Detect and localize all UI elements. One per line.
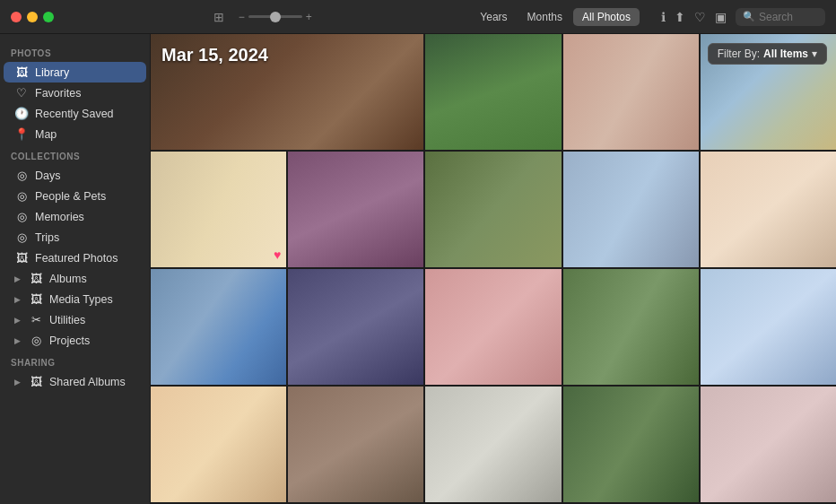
content-area: Mar 15, 2024 Filter By: All Items ▾ ♥ — [151, 34, 836, 504]
expand-arrow-utilities: ▶ — [14, 316, 21, 325]
photo-cell-15[interactable] — [151, 387, 286, 502]
view-tabs: Years Months All Photos — [471, 8, 640, 26]
photo-cell-14[interactable] — [701, 269, 836, 385]
info-button[interactable]: ℹ — [661, 10, 666, 24]
photo-cell-12[interactable] — [425, 269, 561, 385]
sidebar-item-label-favorites: Favorites — [35, 87, 81, 100]
memories-icon: ◎ — [14, 210, 29, 223]
toolbar-center: ⊞ − + — [61, 10, 464, 24]
tab-months[interactable]: Months — [518, 8, 571, 26]
photo-cell-9[interactable] — [701, 152, 836, 267]
filter-dropdown-arrow: ▾ — [812, 48, 817, 60]
photo-cell-2[interactable] — [425, 34, 561, 150]
zoom-slider[interactable] — [248, 15, 302, 18]
zoom-out-button[interactable]: − — [239, 11, 245, 23]
titlebar: ⊞ − + Years Months All Photos ℹ ⬆ ♡ ▣ 🔍 … — [0, 0, 836, 34]
search-box[interactable]: 🔍 Search — [736, 8, 825, 26]
sidebar-item-label-recently-saved: Recently Saved — [35, 108, 114, 120]
sidebar: Photos 🖼 Library ♡ Favorites 🕐 Recently … — [0, 34, 151, 504]
filter-value: All Items — [763, 48, 808, 60]
expand-arrow-media-types: ▶ — [14, 295, 21, 304]
heart-overlay-5: ♥ — [274, 248, 281, 262]
close-button[interactable] — [11, 12, 22, 22]
sidebar-item-featured-photos[interactable]: 🖼 Featured Photos — [4, 248, 146, 268]
sidebar-item-media-types[interactable]: ▶ 🖼 Media Types — [4, 289, 146, 309]
sidebar-item-map[interactable]: 📍 Map — [4, 124, 146, 144]
sidebar-item-label-memories: Memories — [35, 211, 84, 223]
photo-cell-7[interactable] — [425, 152, 561, 267]
photo-cell-3[interactable] — [563, 34, 699, 150]
sidebar-section-photos: Photos — [0, 41, 150, 62]
sidebar-section-collections: Collections — [0, 144, 150, 165]
sidebar-item-recently-saved[interactable]: 🕐 Recently Saved — [4, 103, 146, 124]
tab-all-photos[interactable]: All Photos — [573, 8, 640, 26]
sidebar-item-label-days: Days — [35, 169, 60, 182]
photo-cell-16[interactable] — [288, 387, 423, 502]
expand-arrow-shared: ▶ — [14, 378, 21, 387]
sidebar-item-utilities[interactable]: ▶ ✂ Utilities — [4, 309, 146, 330]
share-button[interactable]: ⬆ — [675, 10, 685, 24]
sidebar-item-people-pets[interactable]: ◎ People & Pets — [4, 186, 146, 206]
filter-button[interactable]: Filter By: All Items ▾ — [708, 43, 827, 65]
toolbar-actions: ℹ ⬆ ♡ ▣ 🔍 Search — [661, 8, 825, 26]
zoom-control: − + — [239, 11, 312, 23]
filter-label: Filter By: — [718, 48, 760, 60]
sidebar-item-label-media-types: Media Types — [49, 293, 113, 306]
expand-arrow-albums: ▶ — [14, 274, 21, 283]
trips-icon: ◎ — [14, 230, 29, 244]
sidebar-item-label-utilities: Utilities — [49, 314, 85, 326]
minimize-button[interactable] — [27, 12, 38, 22]
favorites-icon: ♡ — [14, 86, 29, 100]
grid-view-icon[interactable]: ⊞ — [213, 10, 224, 24]
photo-cell-13[interactable] — [563, 269, 699, 385]
library-icon: 🖼 — [14, 65, 29, 79]
sidebar-item-memories[interactable]: ◎ Memories — [4, 206, 146, 227]
people-pets-icon: ◎ — [14, 189, 29, 203]
zoom-in-button[interactable]: + — [306, 11, 312, 23]
sidebar-item-favorites[interactable]: ♡ Favorites — [4, 83, 146, 103]
shared-albums-icon: 🖼 — [29, 375, 43, 388]
search-input[interactable]: Search — [759, 11, 793, 23]
projects-icon: ◎ — [29, 334, 43, 347]
sidebar-item-label-trips: Trips — [35, 231, 59, 244]
sidebar-item-days[interactable]: ◎ Days — [4, 165, 146, 186]
traffic-lights — [11, 12, 54, 22]
search-icon: 🔍 — [743, 11, 755, 22]
sidebar-item-library[interactable]: 🖼 Library — [4, 62, 146, 83]
featured-photos-icon: 🖼 — [14, 251, 29, 265]
sidebar-item-label-albums: Albums — [49, 273, 87, 285]
heart-button[interactable]: ♡ — [694, 10, 706, 24]
utilities-icon: ✂ — [29, 313, 43, 326]
sidebar-section-sharing: Sharing — [0, 351, 150, 371]
sidebar-item-label-projects: Projects — [49, 335, 90, 347]
sidebar-item-label-shared-albums: Shared Albums — [49, 376, 126, 388]
photo-cell-11[interactable] — [288, 269, 423, 385]
photo-cell-10[interactable] — [151, 269, 286, 385]
photo-cell-17[interactable] — [425, 387, 561, 502]
sidebar-item-albums[interactable]: ▶ 🖼 Albums — [4, 268, 146, 289]
sidebar-item-label-featured-photos: Featured Photos — [35, 252, 118, 265]
photo-cell-19[interactable] — [701, 387, 836, 502]
photo-cell-5[interactable]: ♥ — [151, 152, 286, 267]
photo-cell-8[interactable] — [563, 152, 699, 267]
photo-cell-6[interactable] — [288, 152, 423, 267]
expand-arrow-projects: ▶ — [14, 336, 21, 345]
photo-grid: ♥ — [151, 34, 836, 504]
sidebar-item-label-map: Map — [35, 128, 57, 141]
sidebar-item-projects[interactable]: ▶ ◎ Projects — [4, 330, 146, 351]
albums-icon: 🖼 — [29, 272, 43, 285]
zoom-thumb — [270, 12, 281, 22]
map-icon: 📍 — [14, 127, 29, 141]
date-header: Mar 15, 2024 — [161, 45, 268, 65]
sidebar-toggle-button[interactable]: ▣ — [715, 10, 727, 24]
media-types-icon: 🖼 — [29, 292, 43, 306]
sidebar-item-label-library: Library — [35, 66, 69, 79]
days-icon: ◎ — [14, 169, 29, 182]
main-layout: Photos 🖼 Library ♡ Favorites 🕐 Recently … — [0, 34, 836, 504]
photo-cell-18[interactable] — [563, 387, 699, 502]
sidebar-item-label-people-pets: People & Pets — [35, 190, 106, 203]
sidebar-item-shared-albums[interactable]: ▶ 🖼 Shared Albums — [4, 371, 146, 392]
maximize-button[interactable] — [43, 12, 54, 22]
tab-years[interactable]: Years — [471, 8, 516, 26]
sidebar-item-trips[interactable]: ◎ Trips — [4, 227, 146, 248]
